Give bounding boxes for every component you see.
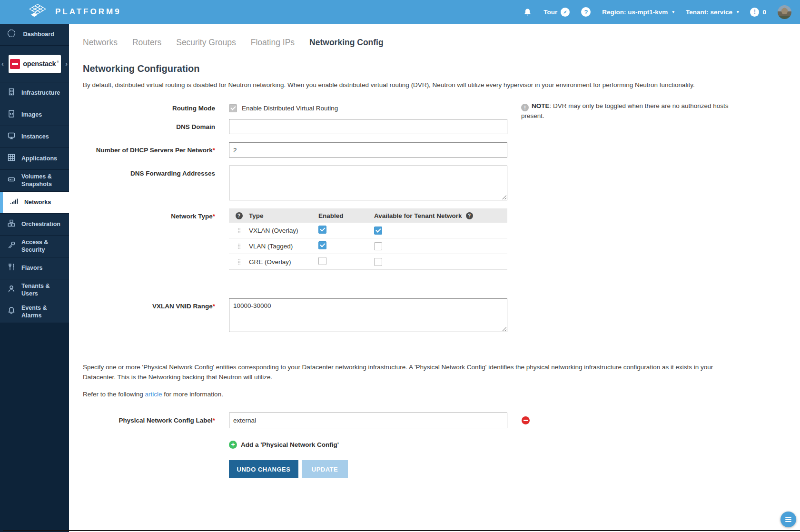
- tab-security-groups[interactable]: Security Groups: [176, 38, 236, 48]
- article-link[interactable]: article: [145, 391, 162, 398]
- vxlan-available-checkbox[interactable]: [374, 227, 382, 235]
- tab-networks[interactable]: Networks: [83, 38, 118, 48]
- notifications-bell-icon[interactable]: [523, 8, 532, 17]
- gre-enabled-checkbox[interactable]: [318, 257, 326, 265]
- network-type-name: VLAN (Tagged): [249, 243, 318, 250]
- gre-available-checkbox[interactable]: [374, 258, 382, 266]
- drag-handle-icon[interactable]: [229, 243, 249, 249]
- tab-networking-config[interactable]: Networking Config: [309, 38, 384, 48]
- network-type-row: Network Type* ? Type Enabled Available f…: [83, 208, 800, 270]
- sidebar-item-label: Flavors: [21, 265, 42, 272]
- tab-floating-ips[interactable]: Floating IPs: [251, 38, 295, 48]
- topbar: PLATFORM9 Tour ? Region: us-mpt1-kvm ▾ T…: [0, 0, 800, 24]
- vxlan-range-textarea[interactable]: 10000-30000: [229, 298, 507, 332]
- vxlan-enabled-checkbox[interactable]: [318, 226, 326, 234]
- dns-domain-input[interactable]: [229, 119, 507, 134]
- help-icon[interactable]: ?: [236, 212, 243, 219]
- image-file-icon: [7, 109, 16, 121]
- network-type-name: GRE (Overlay): [249, 258, 318, 266]
- dvr-checkbox[interactable]: [229, 104, 237, 112]
- sidebar-item-label: Dashboard: [23, 31, 54, 39]
- note-text: : DVR may only be toggled when there are…: [521, 102, 729, 119]
- sidebar-item-label: Infrastructure: [21, 89, 60, 97]
- physical-label-input[interactable]: [229, 413, 507, 428]
- bell-icon: [7, 306, 16, 318]
- sidebar-item-volumes[interactable]: Volumes & Snapshots: [0, 170, 69, 192]
- tab-routers[interactable]: Routers: [132, 38, 161, 48]
- sidebar-item-label: Orchestration: [21, 221, 60, 228]
- sidebar-item-dashboard[interactable]: Dashboard: [0, 24, 69, 46]
- chevron-right-icon[interactable]: ›: [65, 59, 68, 68]
- alert-count: 0: [762, 9, 766, 16]
- table-header: ? Type Enabled Available for Tenant Netw…: [229, 208, 507, 223]
- dns-domain-row: DNS Domain: [83, 119, 800, 134]
- routing-mode-label: Routing Mode: [83, 100, 215, 113]
- chevron-left-icon[interactable]: ‹: [1, 59, 4, 68]
- update-button[interactable]: UPDATE: [302, 460, 348, 478]
- sidebar-item-label: Networks: [24, 199, 51, 207]
- dns-forwarding-row: DNS Forwarding Addresses: [83, 166, 800, 200]
- dvr-note: !NOTE: DVR may only be toggled when ther…: [521, 101, 730, 121]
- sidebar-item-instances[interactable]: Instances: [0, 126, 69, 148]
- sidebar-item-label: Applications: [21, 155, 57, 163]
- intro-text: By default, distributed virtual routing …: [83, 80, 770, 90]
- sidebar-item-images[interactable]: Images: [0, 104, 69, 126]
- sidebar-item-orchestration[interactable]: Orchestration: [0, 214, 69, 236]
- sidebar-item-label: Access & Security: [21, 239, 65, 254]
- region-selector[interactable]: Region: us-mpt1-kvm ▾: [602, 9, 674, 16]
- dns-forwarding-textarea[interactable]: [229, 166, 507, 200]
- sidebar-item-networks[interactable]: Networks: [0, 192, 69, 214]
- sidebar-item-access-security[interactable]: Access & Security: [0, 236, 69, 257]
- tenant-selector[interactable]: Tenant: service ▾: [686, 9, 739, 16]
- sidebar-item-tenants-users[interactable]: Tenants & Users: [0, 279, 69, 301]
- dhcp-servers-label: Number of DHCP Servers Per Network: [96, 147, 213, 154]
- sidebar-item-infrastructure[interactable]: Infrastructure: [0, 82, 69, 104]
- sidebar-item-label: Images: [21, 111, 42, 119]
- add-physical-config-button[interactable]: + Add a 'Physical Network Config': [229, 441, 339, 449]
- undo-changes-button[interactable]: UNDO CHANGES: [229, 460, 298, 478]
- main-content: Networks Routers Security Groups Floatin…: [69, 24, 800, 532]
- person-icon: [7, 284, 16, 296]
- sidebar-item-flavors[interactable]: Flavors: [0, 257, 69, 279]
- table-row: GRE (Overlay): [229, 254, 507, 270]
- help-icon[interactable]: ?: [581, 7, 591, 17]
- vlan-enabled-checkbox[interactable]: [318, 241, 326, 249]
- physical-config-description: Specify one or more 'Physical Network Co…: [83, 363, 723, 383]
- vlan-available-checkbox[interactable]: [374, 242, 382, 250]
- drive-icon: [7, 175, 16, 187]
- help-icon[interactable]: ?: [466, 212, 473, 219]
- sidebar-item-events-alarms[interactable]: Events & Alarms: [0, 301, 69, 323]
- openstack-card[interactable]: openstack ®: [9, 55, 61, 73]
- physical-label-row: Physical Network Config Label*: [83, 413, 800, 428]
- tour-button[interactable]: Tour: [543, 8, 570, 17]
- col-enabled: Enabled: [318, 212, 374, 219]
- add-config-label: Add a 'Physical Network Config': [241, 441, 339, 448]
- caret-down-icon: ▾: [672, 10, 674, 14]
- drag-handle-icon[interactable]: [229, 227, 249, 234]
- table-row: VXLAN (Overlay): [229, 223, 507, 238]
- signal-bars-icon: [10, 197, 19, 208]
- dns-forwarding-label: DNS Forwarding Addresses: [83, 166, 215, 200]
- dhcp-servers-input[interactable]: [229, 142, 507, 158]
- caret-down-icon: ▾: [737, 10, 739, 14]
- remove-icon[interactable]: [522, 416, 530, 424]
- key-icon: [7, 240, 16, 252]
- col-available: Available for Tenant Network: [374, 212, 462, 219]
- sidebar-item-applications[interactable]: Applications: [0, 148, 69, 170]
- tour-label: Tour: [543, 9, 557, 16]
- dashboard-gauge-icon: [7, 29, 18, 40]
- user-avatar[interactable]: [778, 5, 791, 19]
- sidebar-item-label: Volumes & Snapshots: [21, 173, 65, 188]
- tab-bar: Networks Routers Security Groups Floatin…: [83, 24, 800, 48]
- physical-label: Physical Network Config Label: [119, 417, 212, 424]
- required-asterisk: *: [213, 147, 215, 154]
- alerts-indicator[interactable]: ! 0: [750, 8, 766, 17]
- vxlan-range-row: VXLAN VNID Range* 10000-30000: [83, 298, 800, 332]
- network-type-label: Network Type: [171, 213, 213, 220]
- drag-handle-icon[interactable]: [229, 259, 249, 265]
- platform9-brand: PLATFORM9: [26, 2, 121, 22]
- sidebar-item-label: Instances: [21, 133, 49, 141]
- page-title: Networking Configuration: [83, 63, 800, 74]
- quick-menu-button[interactable]: [780, 512, 796, 527]
- note-exclamation-icon: !: [521, 104, 529, 111]
